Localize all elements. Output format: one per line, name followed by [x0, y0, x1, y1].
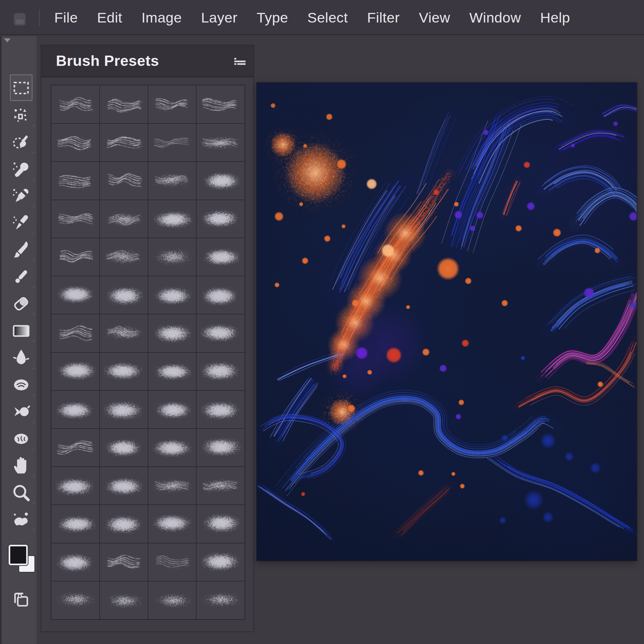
- tool-smudge[interactable]: .:: [6, 372, 36, 398]
- collapse-arrow-icon[interactable]: [4, 38, 11, 42]
- brush-preset-cell-r8c3[interactable]: [148, 352, 196, 391]
- tool-dodge[interactable]: .:: [6, 398, 36, 425]
- tool-zoom[interactable]: .:: [6, 480, 36, 506]
- brush-preset-cell-r7c1[interactable]: [51, 314, 100, 352]
- brush-preset-cell-r9c2[interactable]: [100, 391, 148, 429]
- brush-preset-cell-r6c3[interactable]: [148, 276, 196, 314]
- document-canvas[interactable]: [257, 83, 637, 561]
- tool-art-brush[interactable]: .:: [6, 506, 36, 533]
- tool-sponge[interactable]: .:: [6, 426, 36, 452]
- tool-clone-stamp[interactable]: .:: [6, 183, 36, 209]
- brush-preset-cell-r2c3[interactable]: [148, 123, 196, 161]
- brush-preset-cell-r10c1[interactable]: [51, 429, 100, 467]
- tool-gradient[interactable]: .:: [6, 318, 36, 344]
- brush-preset-cell-r2c1[interactable]: [51, 123, 100, 161]
- menu-item-layer[interactable]: Layer: [201, 11, 237, 25]
- brush-preset-cell-r4c1[interactable]: [51, 200, 100, 238]
- panel-menu-glyph: [234, 58, 236, 60]
- tool-spot-healing-brush[interactable]: .:: [6, 156, 36, 182]
- brush-preset-cell-r8c2[interactable]: [100, 352, 148, 391]
- brush-preset-cell-r10c4[interactable]: [196, 429, 245, 467]
- color-swatches[interactable]: [3, 545, 40, 581]
- brush-preset-cell-r13c2[interactable]: [100, 543, 148, 581]
- brush-preset-cell-r1c1[interactable]: [51, 85, 100, 123]
- app-logo-icon[interactable]: [14, 13, 25, 25]
- tool-hand[interactable]: .:: [6, 452, 36, 479]
- brush-preset-cell-r5c3[interactable]: [148, 238, 196, 276]
- art-brush-icon: [10, 509, 32, 530]
- brush-preset-cell-r6c4[interactable]: [196, 276, 245, 314]
- brush-preset-cell-r14c1[interactable]: [51, 581, 100, 619]
- menu-item-window[interactable]: Window: [469, 11, 521, 25]
- brush-preset-cell-r11c1[interactable]: [51, 467, 100, 505]
- brush-preset-cell-r11c4[interactable]: [196, 467, 245, 505]
- brush-preset-cell-r6c1[interactable]: [51, 276, 100, 314]
- menu-item-type[interactable]: Type: [257, 11, 288, 25]
- tool-shortcut-badge: .:: [32, 527, 35, 531]
- menu-item-edit[interactable]: Edit: [97, 11, 122, 25]
- brush-preset-cell-r6c2[interactable]: [100, 276, 148, 314]
- menu-item-select[interactable]: Select: [307, 11, 348, 25]
- foreground-color-swatch[interactable]: [9, 545, 28, 565]
- brush-preset-cell-r5c2[interactable]: [100, 238, 148, 276]
- brush-preset-cell-r4c2[interactable]: [100, 200, 148, 238]
- brush-preset-cell-r3c2[interactable]: [100, 161, 148, 200]
- tool-duplicate[interactable]: [6, 587, 36, 614]
- brush-preset-cell-r8c4[interactable]: [196, 352, 245, 391]
- brush-preset-cell-r13c3[interactable]: [148, 543, 196, 581]
- brush-preset-cell-r3c1[interactable]: [51, 161, 100, 200]
- brush-preset-cell-r10c2[interactable]: [100, 429, 148, 467]
- tool-pencil[interactable]: .:: [6, 264, 36, 290]
- brush-preset-cell-r5c4[interactable]: [196, 238, 245, 276]
- menu-item-filter[interactable]: Filter: [367, 11, 400, 25]
- brush-preset-cell-r3c4[interactable]: [196, 161, 245, 200]
- eraser-icon: [10, 293, 32, 315]
- tool-paintbrush[interactable]: .:: [6, 237, 36, 263]
- brush-preset-cell-r3c3[interactable]: [148, 161, 196, 200]
- brush-preset-cell-r12c4[interactable]: [196, 505, 245, 543]
- tool-lasso[interactable]: .:: [6, 102, 36, 128]
- brush-preset-cell-r12c3[interactable]: [148, 505, 196, 543]
- brush-preset-cell-r9c3[interactable]: [148, 391, 196, 429]
- tool-quick-selection[interactable]: .:: [6, 129, 36, 155]
- brush-preset-cell-r12c1[interactable]: [51, 505, 100, 543]
- brush-preset-cell-r1c4[interactable]: [196, 85, 245, 123]
- brush-preset-cell-r14c3[interactable]: [148, 581, 196, 619]
- brush-preset-cell-r8c1[interactable]: [51, 352, 100, 391]
- brush-preset-cell-r14c2[interactable]: [100, 581, 148, 619]
- tool-bar: .:.:.:.:.:.:.:.:.:.:.:.:.:.:.:.:: [2, 36, 38, 644]
- panel-title: Brush Presets: [56, 52, 159, 69]
- sponge-icon: [10, 428, 32, 450]
- panel-menu-icon[interactable]: [234, 58, 246, 67]
- brush-preset-cell-r12c2[interactable]: [100, 505, 148, 543]
- brush-preset-cell-r7c4[interactable]: [196, 314, 245, 352]
- brush-preset-cell-r2c2[interactable]: [100, 123, 148, 161]
- brush-preset-cell-r1c2[interactable]: [100, 85, 148, 123]
- menu-item-help[interactable]: Help: [540, 11, 570, 25]
- brush-preset-cell-r11c2[interactable]: [100, 467, 148, 505]
- menu-item-file[interactable]: File: [54, 11, 78, 25]
- tool-shortcut-badge: .:: [32, 365, 35, 370]
- hand-icon: [10, 455, 32, 477]
- brush-preset-cell-r7c3[interactable]: [148, 314, 196, 352]
- tool-eraser[interactable]: .:: [6, 291, 36, 317]
- menu-item-image[interactable]: Image: [141, 11, 182, 25]
- brush-preset-cell-r1c3[interactable]: [148, 85, 196, 123]
- tool-rectangular-marquee[interactable]: [6, 75, 36, 101]
- brush-preset-cell-r14c4[interactable]: [196, 581, 245, 619]
- brush-preset-cell-r11c3[interactable]: [148, 467, 196, 505]
- blur-icon: [10, 347, 32, 369]
- brush-preset-cell-r4c3[interactable]: [148, 200, 196, 238]
- brush-preset-cell-r2c4[interactable]: [196, 123, 245, 161]
- menu-item-view[interactable]: View: [419, 11, 450, 25]
- brush-preset-cell-r5c1[interactable]: [51, 238, 100, 276]
- brush-preset-cell-r10c3[interactable]: [148, 429, 196, 467]
- tool-blur[interactable]: .:: [6, 345, 36, 371]
- brush-preset-cell-r9c4[interactable]: [196, 391, 245, 429]
- brush-preset-cell-r9c1[interactable]: [51, 391, 100, 429]
- brush-preset-cell-r4c4[interactable]: [196, 200, 245, 238]
- brush-preset-cell-r7c2[interactable]: [100, 314, 148, 352]
- tool-mixer-brush[interactable]: .:: [6, 210, 36, 236]
- brush-preset-cell-r13c4[interactable]: [196, 543, 245, 581]
- brush-preset-cell-r13c1[interactable]: [51, 543, 100, 581]
